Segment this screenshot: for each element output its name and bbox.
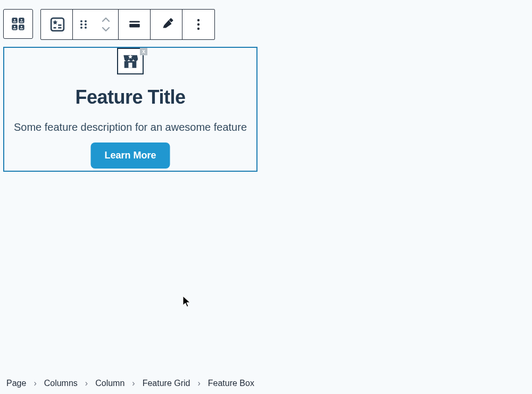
more-vertical-icon (197, 19, 200, 30)
chevron-right-icon: › (34, 379, 36, 388)
align-icon (128, 18, 142, 31)
block-toolbar (40, 9, 215, 40)
svg-rect-7 (20, 21, 23, 22)
brush-icon (160, 18, 173, 31)
close-icon: x (142, 48, 145, 55)
feature-title[interactable]: Feature Title (4, 86, 256, 108)
svg-point-17 (85, 20, 87, 22)
breadcrumb: Page › Columns › Column › Feature Grid ›… (6, 375, 254, 392)
styles-button[interactable] (151, 10, 182, 39)
store-icon (121, 52, 139, 70)
mouse-cursor-icon (182, 296, 192, 308)
svg-point-8 (14, 26, 15, 28)
svg-point-4 (14, 19, 15, 21)
svg-point-19 (85, 23, 87, 26)
breadcrumb-item[interactable]: Page (6, 379, 26, 388)
feature-description[interactable]: Some feature description for an awesome … (4, 121, 256, 133)
svg-rect-9 (13, 28, 16, 29)
svg-point-16 (80, 20, 82, 22)
feature-box-block-icon (49, 16, 65, 32)
breadcrumb-item[interactable]: Column (95, 379, 124, 388)
more-options-button[interactable] (182, 10, 214, 39)
svg-point-20 (80, 27, 82, 29)
svg-point-26 (197, 23, 200, 26)
svg-rect-23 (129, 24, 140, 27)
breadcrumb-item[interactable]: Feature Grid (143, 379, 190, 388)
breadcrumb-item[interactable]: Columns (44, 379, 78, 388)
svg-point-6 (21, 19, 22, 21)
move-up-button[interactable] (102, 17, 110, 22)
breadcrumb-item[interactable]: Feature Box (208, 379, 254, 388)
svg-point-27 (197, 28, 200, 30)
align-button[interactable] (119, 10, 151, 39)
grid-icon (11, 16, 26, 31)
block-type-button[interactable] (41, 10, 73, 39)
svg-rect-5 (13, 21, 16, 22)
drag-icon (79, 19, 88, 30)
learn-more-label: Learn More (104, 150, 156, 161)
svg-point-18 (80, 23, 82, 26)
svg-point-21 (85, 27, 87, 29)
svg-point-10 (21, 26, 22, 28)
chevron-right-icon: › (132, 379, 135, 388)
block-inserter-button[interactable] (3, 9, 33, 39)
svg-rect-11 (20, 28, 23, 29)
svg-point-25 (197, 19, 200, 21)
svg-rect-12 (51, 18, 64, 31)
learn-more-button[interactable]: Learn More (90, 142, 170, 169)
svg-rect-29 (128, 63, 132, 68)
remove-icon-button[interactable]: x (140, 48, 147, 55)
drag-handle[interactable] (73, 19, 94, 30)
move-down-button[interactable] (102, 27, 110, 32)
chevron-up-icon (102, 17, 110, 22)
chevron-right-icon: › (197, 379, 200, 388)
svg-rect-22 (129, 21, 140, 23)
chevron-down-icon (102, 27, 110, 32)
chevron-right-icon: › (85, 379, 88, 388)
block-mover (73, 10, 119, 39)
feature-box-block[interactable]: x Feature Title Some feature description… (3, 47, 257, 172)
